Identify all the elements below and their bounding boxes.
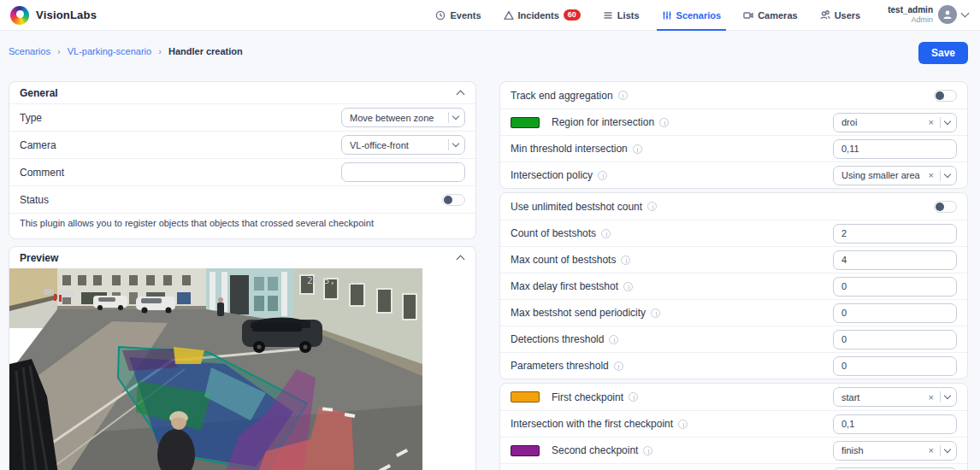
intersection-with-first-checkpoint-input[interactable]	[833, 414, 957, 434]
max-count-of-bestshots-row: Max count of bestshots	[500, 246, 967, 273]
detections-threshold-input[interactable]	[833, 330, 957, 350]
partial-row-input[interactable]	[833, 467, 957, 470]
type-label: Type	[20, 112, 42, 124]
region-color-swatch	[511, 117, 540, 128]
info-icon[interactable]	[647, 202, 657, 211]
first-checkpoint-select[interactable]: start ×	[833, 387, 957, 407]
visionlabs-logo-icon	[10, 6, 29, 25]
first-checkpoint-color-swatch	[511, 391, 540, 402]
nav-item-events[interactable]: Events	[435, 0, 481, 31]
nav-label: Lists	[617, 10, 640, 21]
max-delay-first-bestshot-input[interactable]	[833, 277, 957, 297]
top-navbar: VisionLabs Events Incidents 60 Lists Sce…	[0, 0, 980, 31]
preview-title: Preview	[20, 252, 58, 264]
chevron-down-icon[interactable]	[944, 392, 951, 399]
camera-select-value: VL-office-front	[350, 140, 444, 150]
breadcrumb-current: Handler creation	[168, 46, 243, 56]
info-icon[interactable]	[598, 171, 607, 180]
max-count-of-bestshots-input[interactable]	[833, 250, 957, 270]
person-icon	[942, 9, 953, 21]
user-role: Admin	[888, 15, 933, 25]
parameters-threshold-label: Parameters threshold	[511, 360, 609, 372]
max-count-of-bestshots-label: Max count of bestshots	[511, 254, 616, 266]
info-icon[interactable]	[651, 308, 660, 318]
track-end-aggregation-label: Track end aggregation	[511, 90, 613, 102]
track-end-aggregation-row: Track end aggregation	[500, 82, 967, 109]
first-checkpoint-row: First checkpoint start ×	[500, 384, 967, 410]
camera-preview-image: 2025, Nov 20 13:17:15	[9, 268, 475, 470]
use-unlimited-bestshot-count-toggle[interactable]	[934, 201, 957, 213]
collapse-chevron-icon[interactable]	[457, 255, 465, 263]
nav-item-lists[interactable]: Lists	[603, 0, 640, 31]
clear-icon[interactable]: ×	[929, 392, 934, 402]
chevron-down-icon[interactable]	[452, 113, 459, 120]
preview-timestamp: 2025, Nov 20 13:17:15	[307, 275, 422, 286]
info-icon[interactable]	[643, 446, 652, 455]
collapse-chevron-icon[interactable]	[457, 90, 465, 98]
info-icon[interactable]	[659, 118, 669, 127]
type-row: Type Move between zone	[9, 103, 475, 131]
max-bestshot-send-periodicity-input[interactable]	[833, 303, 957, 323]
camera-label: Camera	[20, 139, 56, 151]
info-icon[interactable]	[621, 256, 630, 265]
count-of-bestshots-input[interactable]	[833, 224, 957, 244]
settings-card-2: Use unlimited bestshot count Count of be…	[499, 192, 968, 379]
max-delay-first-bestshot-label: Max delay first bestshot	[511, 280, 618, 292]
users-icon	[820, 10, 830, 21]
info-icon[interactable]	[633, 144, 642, 154]
second-checkpoint-select[interactable]: finish ×	[833, 441, 957, 461]
incidents-count-badge: 60	[564, 9, 581, 21]
street-scene: 2025, Nov 20 13:17:15	[9, 268, 422, 470]
clear-icon[interactable]: ×	[929, 445, 934, 455]
breadcrumb-scenarios[interactable]: Scenarios	[9, 46, 50, 56]
info-icon[interactable]	[614, 361, 623, 371]
general-card-header[interactable]: General	[9, 82, 475, 103]
save-button[interactable]: Save	[918, 42, 968, 64]
nav-item-scenarios[interactable]: Scenarios	[662, 0, 722, 31]
type-select[interactable]: Move between zone	[341, 108, 465, 127]
second-checkpoint-row: Second checkpoint finish ×	[500, 437, 967, 463]
info-icon[interactable]	[629, 392, 638, 402]
status-toggle[interactable]	[442, 194, 465, 206]
info-icon[interactable]	[609, 335, 618, 344]
comment-input[interactable]	[341, 162, 465, 182]
intersection-policy-label: Intersection policy	[511, 169, 593, 181]
detections-threshold-label: Detections threshold	[511, 333, 604, 345]
min-threshold-intersection-input[interactable]	[833, 139, 957, 159]
info-icon[interactable]	[618, 91, 628, 100]
nav-label: Events	[450, 10, 481, 21]
clear-icon[interactable]: ×	[929, 170, 934, 180]
nav-item-users[interactable]: Users	[820, 0, 861, 31]
general-title: General	[20, 87, 58, 99]
nav-item-cameras[interactable]: Cameras	[743, 0, 797, 31]
list-icon	[603, 10, 613, 21]
clear-icon[interactable]: ×	[929, 117, 934, 127]
content: General Type Move between zone Camera VL…	[0, 64, 980, 470]
user-name: test_admin	[888, 5, 933, 15]
info-icon[interactable]	[623, 282, 633, 291]
nav-label: Cameras	[758, 10, 797, 21]
intersection-policy-select[interactable]: Using smaller area ×	[833, 166, 957, 185]
chevron-down-icon[interactable]	[452, 140, 459, 147]
chevron-down-icon[interactable]	[944, 170, 951, 177]
nav-label: Incidents	[518, 10, 559, 21]
use-unlimited-bestshot-count-row: Use unlimited bestshot count	[500, 193, 967, 220]
chevron-down-icon[interactable]	[944, 445, 951, 452]
info-icon[interactable]	[678, 420, 688, 429]
track-end-aggregation-toggle[interactable]	[934, 90, 957, 102]
settings-card-3: First checkpoint start × Intersection wi…	[499, 383, 968, 470]
camera-select[interactable]: VL-office-front	[341, 135, 465, 155]
camera-row: Camera VL-office-front	[9, 131, 475, 158]
nav-label: Users	[835, 10, 861, 21]
chevron-down-icon[interactable]	[944, 117, 951, 124]
breadcrumb-separator: ›	[158, 46, 162, 56]
brand-logo[interactable]: VisionLabs	[10, 6, 97, 25]
info-icon[interactable]	[601, 229, 611, 238]
breadcrumb-scenario-name[interactable]: VL-parking-scenario	[68, 46, 151, 56]
parameters-threshold-input[interactable]	[833, 356, 957, 376]
nav-item-incidents[interactable]: Incidents 60	[504, 0, 581, 31]
user-menu[interactable]: test_admin Admin	[888, 5, 968, 25]
region-for-intersection-select[interactable]: droi ×	[833, 113, 957, 132]
preview-card-header[interactable]: Preview	[9, 247, 475, 268]
region-for-intersection-row: Region for intersection droi ×	[500, 109, 967, 135]
